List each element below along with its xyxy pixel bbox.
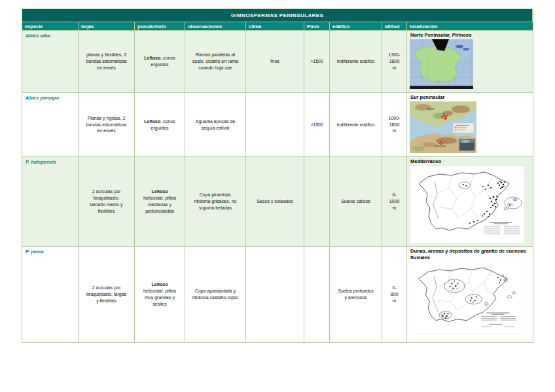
cell-observaciones: Copa piramidal, ritidoma grisáceo, no so… <box>185 157 246 247</box>
col-header-pseudofruto: pseudofruto <box>135 22 185 31</box>
cell-localizacion: Sur peninsular <box>407 93 533 157</box>
cell-localizacion: Norte Peninsular, Pirineos <box>407 31 533 93</box>
cell-pmm: >1500 <box>304 93 330 157</box>
cell-pseudofruto: Leñosohelicoidal, piñas medianas y pedun… <box>135 157 185 247</box>
cell-altitud: 1000-1800 m <box>382 93 407 157</box>
species-name: P. pinea <box>22 247 79 342</box>
cell-altitud: 0-800 m <box>382 247 407 342</box>
map-norte-peninsular-icon <box>410 39 473 89</box>
cell-hojas: 2 acículas por braquiblasto, largas y fl… <box>79 247 135 342</box>
col-header-edafico: edáfico <box>330 22 382 31</box>
location-caption: Norte Peninsular, Pirineos <box>410 32 530 39</box>
cell-pmm <box>304 157 330 247</box>
col-header-especie: especie <box>22 22 79 31</box>
map-sur-peninsular-icon: Spain Morocco <box>410 101 476 153</box>
cell-clima: Secos y soleados <box>246 157 304 247</box>
pseudofruto-rest: helicoidal, piñas medianas y pedunculada… <box>143 196 176 213</box>
document-page: GIMNOSPERMAS PENINSULARES especie hojas … <box>0 0 555 392</box>
bold-term: Leñoso <box>144 119 160 124</box>
cell-edafico: Suelos calizos <box>330 157 382 247</box>
cell-observaciones: Ramas paralelas al suelo, cicatriz en ra… <box>185 31 246 93</box>
col-header-localizacion: localización <box>407 22 533 31</box>
col-header-pmm: Pmm <box>304 22 330 31</box>
cell-clima: fríos <box>246 31 304 93</box>
cell-hojas: planas y flexibles, 2 bandas estomáticas… <box>79 31 135 93</box>
cell-altitud: 1300-1800 m <box>382 31 407 93</box>
bold-term: Leñoso <box>141 188 178 195</box>
cell-observaciones: Aguanta épocas de sequía estival <box>185 93 246 157</box>
svg-text:Morocco: Morocco <box>435 145 446 148</box>
cell-hojas: Planas y rígidas, 2 bandas estomáticas e… <box>79 93 135 157</box>
cell-localizacion: Mediterráneo <box>407 157 533 247</box>
col-header-altitud: altitud <box>382 22 407 31</box>
location-caption: Dunas, arenas y depósitos de granito de … <box>410 248 530 261</box>
bold-term: Leñoso <box>144 56 160 60</box>
cell-pseudofruto: Leñosohelicoidal, piñas muy grandes y sé… <box>135 247 185 342</box>
pseudofruto-rest: helicoidal, piñas muy grandes y sésiles <box>143 289 176 306</box>
cell-hojas: 2 acículas por braquiblasto, tamaño medi… <box>79 157 135 247</box>
svg-text:Spain: Spain <box>427 107 435 111</box>
cell-clima <box>246 93 304 157</box>
species-name: P. halepensis <box>22 157 79 247</box>
cell-altitud: 0-1000 m <box>382 157 407 247</box>
location-caption: Mediterráneo <box>410 158 530 165</box>
cell-clima <box>246 247 304 342</box>
cell-pmm <box>304 247 330 342</box>
cell-edafico: Indiferente edáfico <box>330 93 382 157</box>
species-name: Abies pinsapo <box>22 93 79 157</box>
cell-pseudofruto: Leñoso, conos erguidos <box>135 31 185 93</box>
location-caption: Sur peninsular <box>410 94 530 101</box>
species-name: Abies alba <box>22 31 79 93</box>
cell-pmm: >1500 <box>304 31 330 93</box>
cell-observaciones: Copa aparasolada y ritidoma castaño-roji… <box>185 247 246 342</box>
gymnosperms-table: GIMNOSPERMAS PENINSULARES especie hojas … <box>22 9 533 343</box>
col-header-clima: clima <box>246 22 304 31</box>
col-header-observaciones: observaciones <box>185 22 246 31</box>
cell-edafico: Indiferente edáfico <box>330 31 382 93</box>
cell-pseudofruto: Leñoso, conos erguidos <box>135 93 185 157</box>
cell-edafico: Suelos profundos y arenosos <box>330 247 382 342</box>
map-mediterraneo-icon <box>410 166 525 243</box>
cell-localizacion: Dunas, arenas y depósitos de granito de … <box>407 247 533 342</box>
table-title: GIMNOSPERMAS PENINSULARES <box>22 9 533 22</box>
map-dunas-arenas-icon <box>410 262 522 334</box>
col-header-hojas: hojas <box>79 22 135 31</box>
bold-term: Leñoso <box>141 281 178 288</box>
